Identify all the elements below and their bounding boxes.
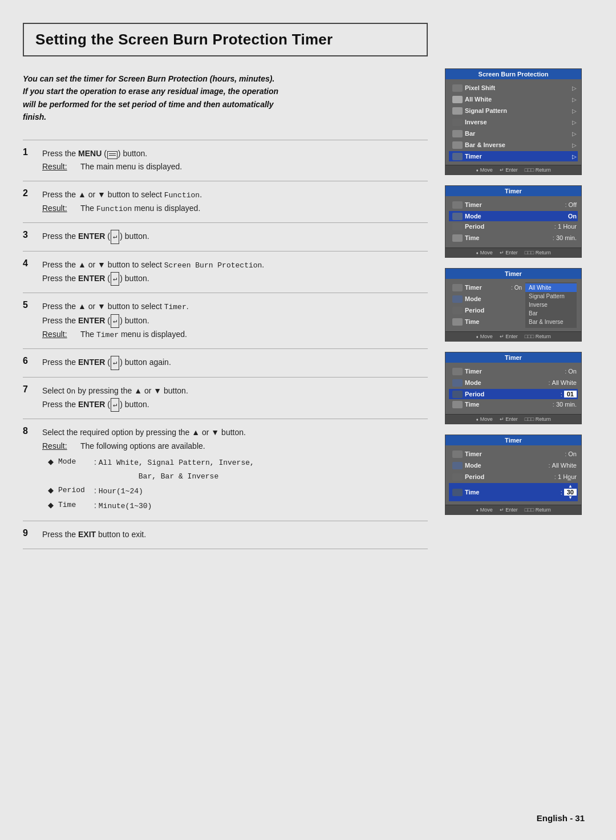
screen4-body: Timer : On Mode : All White Period : 01: [445, 363, 581, 414]
screen1-row-all-white: All White ▷: [450, 94, 577, 104]
screen1-footer: ⬧ Move ↵ Enter □□□ Return: [445, 165, 581, 175]
screen1-label-pixel-shift: Pixel Shift: [465, 84, 570, 91]
screen5-label-timer: Timer: [465, 451, 563, 457]
screen5-row-mode: Mode : All White: [450, 460, 577, 470]
screen3-footer-move: ⬧ Move: [476, 334, 493, 339]
screen1-label-all-white: All White: [465, 96, 570, 103]
screen4-footer: ⬧ Move ↵ Enter □□□ Return: [445, 414, 581, 424]
screen5-value-timer: On: [568, 451, 577, 457]
screen1-arrow-timer: ▷: [572, 153, 577, 160]
screen4-period-icon: [452, 391, 463, 398]
screen2-pixel-icon: [452, 201, 463, 209]
screen3-value-timer: On: [514, 285, 522, 291]
screen3-timer-icon: [452, 284, 463, 291]
screen1-label-inverse: Inverse: [465, 119, 570, 125]
screen3-label-mode: Mode: [465, 295, 522, 302]
screen3-footer-return: □□□ Return: [525, 334, 551, 339]
timer-icon: [452, 153, 463, 160]
screen5-footer-move: ⬧ Move: [476, 507, 493, 513]
screen3-option-bar: Bar: [525, 309, 577, 318]
screen4-label-time: Time: [465, 401, 551, 408]
step-row-7: 7 Select On by pressing the ▲ or ▼ butto…: [23, 377, 428, 419]
screen5-arrow-up: ▲: [568, 484, 573, 489]
screen3-colon-timer: :: [509, 285, 514, 291]
screen1-row-signal-pattern: Signal Pattern ▷: [450, 105, 577, 116]
step-content-2: Press the ▲ or ▼ button to select Functi…: [40, 181, 428, 223]
screen2-row-time: Time : 30 min.: [450, 233, 577, 243]
screen1-footer-return: □□□ Return: [525, 167, 551, 173]
screen1-label-signal-pattern: Signal Pattern: [465, 107, 570, 114]
screen3-period-icon: [452, 307, 463, 314]
step-num-2: 2: [23, 181, 40, 223]
screen1-label-bar: Bar: [465, 130, 570, 137]
step-num-5: 5: [23, 293, 40, 349]
page-number: English - 31: [537, 813, 585, 823]
screen2-value-timer: Off: [569, 201, 577, 208]
screen3-label-period: Period: [465, 307, 522, 314]
screen3-option-bar-inverse: Bar & Inverse: [525, 318, 577, 326]
screen5-label-mode: Mode: [465, 462, 546, 469]
screen1-arrow-all-white: ▷: [572, 96, 577, 103]
screen5-time-icon: [452, 489, 463, 496]
screen2-value-mode: On: [568, 213, 577, 220]
screen5-row-timer: Timer : On: [450, 449, 577, 459]
screen2-row-timer-icon: Timer : Off: [450, 200, 577, 210]
screen5-row-time: Time : ▲ 30 ▼: [449, 483, 578, 501]
ui-screen-1: Screen Burn Protection Pixel Shift ▷ All…: [445, 68, 582, 175]
screen3-label-timer: Timer: [465, 284, 509, 291]
screen3-label-time: Time: [465, 318, 522, 325]
screen3-body: Timer : On Mode Period Time: [445, 279, 581, 331]
screen2-mode-icon: [452, 213, 463, 220]
screen3-option-all-white: All White: [525, 283, 577, 292]
screen3-row-timer: Timer : On: [450, 282, 522, 293]
screen1-row-inverse: Inverse ▷: [450, 117, 577, 127]
screen3-option-inverse: Inverse: [525, 301, 577, 309]
screen3-title: Timer: [445, 269, 581, 279]
screen1-row-bar: Bar ▷: [450, 128, 577, 139]
step-content-3: Press the ENTER (↵) button.: [40, 223, 428, 251]
screen2-value-period: 1 Hour: [558, 223, 577, 230]
screen2-period-icon: [452, 223, 463, 230]
screen2-footer: ⬧ Move ↵ Enter □□□ Return: [445, 247, 581, 257]
screen2-row-mode: Mode On: [449, 211, 578, 221]
intro-paragraph: You can set the timer for Screen Burn Pr…: [23, 72, 428, 124]
all-white-icon: [452, 96, 463, 103]
screen2-label-timer: Timer: [465, 201, 563, 208]
screen5-arrow-down: ▼: [568, 496, 573, 500]
screen3-options: All White Signal Pattern Inverse Bar Bar…: [525, 282, 577, 328]
screen1-arrow-inverse: ▷: [572, 119, 577, 125]
screen5-body: Timer : On Mode : All White Period : 1 H…: [445, 445, 581, 505]
screen4-footer-return: □□□ Return: [525, 416, 551, 422]
screen2-footer-enter: ↵ Enter: [500, 250, 518, 255]
screen4-footer-move: ⬧ Move: [476, 416, 493, 422]
screen2-body: Timer : Off Mode On Period : 1 Hour: [445, 196, 581, 247]
screen1-label-bar-inverse: Bar & Inverse: [465, 141, 570, 148]
step-num-1: 1: [23, 140, 40, 181]
screen1-arrow-bar: ▷: [572, 131, 577, 137]
step-row-1: 1 Press the MENU () button. Result: The …: [23, 140, 428, 181]
screen2-footer-move: ⬧ Move: [476, 250, 493, 255]
screen4-footer-enter: ↵ Enter: [500, 416, 518, 422]
screen2-row-period: Period : 1 Hour: [450, 221, 577, 232]
screen5-label-time: Time: [465, 489, 559, 496]
step-content-5: Press the ▲ or ▼ button to select Timer.…: [40, 293, 428, 349]
screen5-value-mode: All White: [552, 462, 577, 469]
screen4-value-period: 01: [564, 391, 577, 397]
screen3-left: Timer : On Mode Period Time: [450, 282, 522, 328]
screen2-colon-period: :: [553, 223, 558, 230]
ui-screen-4: Timer Timer : On Mode : All White Period: [445, 352, 582, 424]
step-num-3: 3: [23, 223, 40, 251]
screen1-arrow-pixel-shift: ▷: [572, 85, 577, 91]
screen1-arrow-bar-inverse: ▷: [572, 142, 577, 148]
screen1-body: Pixel Shift ▷ All White ▷ Signal Pattern…: [445, 79, 581, 165]
step-num-9: 9: [23, 521, 40, 549]
steps-table: 1 Press the MENU () button. Result: The …: [23, 140, 428, 549]
page-title-box: Setting the Screen Burn Protection Timer: [23, 23, 428, 56]
step-row-4: 4 Press the ▲ or ▼ button to select Scre…: [23, 251, 428, 293]
pixel-shift-icon: [452, 84, 463, 92]
step-content-7: Select On by pressing the ▲ or ▼ button.…: [40, 377, 428, 419]
screen3-mode-icon: [452, 295, 463, 303]
screen4-label-mode: Mode: [465, 379, 546, 386]
screen5-mode-icon: [452, 462, 463, 469]
screen5-footer: ⬧ Move ↵ Enter □□□ Return: [445, 505, 581, 514]
